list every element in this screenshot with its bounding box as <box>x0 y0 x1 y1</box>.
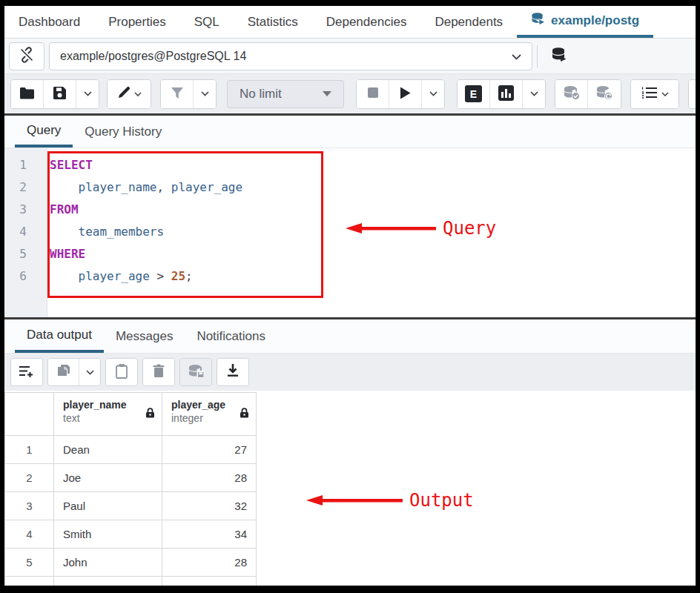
delete-row-button[interactable] <box>143 359 174 385</box>
filter-button-group <box>160 79 217 109</box>
select-all-corner-cell[interactable] <box>5 393 54 436</box>
row-number-cell[interactable]: 3 <box>5 492 54 520</box>
empty-cell <box>54 577 162 586</box>
macro-button-group <box>630 79 679 109</box>
save-icon <box>53 86 67 102</box>
line-number: 1 <box>4 154 37 176</box>
table-row: 4Smith34 <box>5 520 257 549</box>
data-output-grid: player_nametextplayer_ageinteger 1Dean27… <box>4 391 696 586</box>
clipboard-icon <box>116 364 128 381</box>
column-header-player_age[interactable]: player_ageinteger <box>162 393 257 436</box>
player-age-cell[interactable]: 27 <box>162 436 257 464</box>
explain-button-group: E <box>457 79 546 109</box>
code-text: team_members <box>37 221 164 243</box>
query-tab-bar: QueryQuery History <box>4 116 696 148</box>
filter-button[interactable] <box>161 80 194 108</box>
row-limit-value: No limit <box>240 87 323 102</box>
caret-down-icon <box>323 91 331 96</box>
tab-dashboard[interactable]: Dashboard <box>4 6 94 38</box>
row-number-cell[interactable]: 4 <box>5 520 54 549</box>
explain-options-chevron[interactable] <box>523 80 545 108</box>
sql-editor[interactable]: 1SELECT2 player_name, player_age3FROM4 t… <box>4 148 696 317</box>
filter-options-chevron[interactable] <box>194 80 216 108</box>
add-row-button[interactable] <box>11 359 42 385</box>
download-group <box>217 358 249 386</box>
save-options-chevron[interactable] <box>76 80 99 108</box>
column-name: player_age <box>171 399 248 411</box>
tab-session-label: example/postg <box>551 13 639 28</box>
paste-button[interactable] <box>106 359 137 385</box>
explain-button[interactable]: E <box>458 80 490 108</box>
player-age-cell[interactable]: 28 <box>162 549 257 577</box>
player-age-cell[interactable]: 32 <box>162 492 257 520</box>
row-number-cell[interactable]: 2 <box>5 464 54 492</box>
tab-messages[interactable]: Messages <box>104 319 185 353</box>
save-data-group <box>179 358 212 386</box>
edit-menu-button[interactable] <box>108 80 151 108</box>
line-number: 5 <box>4 243 37 265</box>
row-limit-select[interactable]: No limit <box>227 80 344 108</box>
macros-button[interactable] <box>631 80 678 108</box>
column-header-player_name[interactable]: player_nametext <box>54 393 162 436</box>
player-name-cell[interactable]: Dean <box>54 436 162 464</box>
result-table: player_nametextplayer_ageinteger 1Dean27… <box>4 392 257 586</box>
table-row-empty <box>5 577 257 586</box>
row-number-cell[interactable]: 1 <box>5 436 54 464</box>
save-file-button[interactable] <box>44 80 76 108</box>
new-connection-button[interactable] <box>542 42 576 70</box>
copy-options-chevron[interactable] <box>79 359 100 385</box>
edit-button-group <box>107 79 151 109</box>
code-text: FROM <box>37 199 79 221</box>
screenshot-frame: DashboardPropertiesSQLStatisticsDependen… <box>0 0 700 593</box>
lock-icon <box>145 408 155 421</box>
code-line-2: 2 player_name, player_age <box>4 176 696 199</box>
tab-query-tool-session[interactable]: example/postg <box>517 6 653 38</box>
numbered-list-icon <box>641 86 658 102</box>
transaction-button-group <box>555 79 621 109</box>
lock-icon <box>240 408 249 421</box>
chevron-down-icon <box>512 50 521 63</box>
clipped-toolbar-button[interactable] <box>689 80 696 108</box>
bar-chart-icon <box>498 85 515 104</box>
stop-button[interactable] <box>357 80 389 108</box>
open-file-button[interactable] <box>11 80 44 108</box>
code-line-5: 5WHERE <box>4 243 696 265</box>
row-number-cell <box>5 577 54 586</box>
trash-icon <box>153 364 165 380</box>
tab-statistics[interactable]: Statistics <box>234 6 312 38</box>
tab-dependencies[interactable]: Dependencies <box>312 6 421 38</box>
empty-cell <box>162 577 257 586</box>
tab-data-output[interactable]: Data output <box>15 319 104 353</box>
connection-dropdown[interactable]: example/postgres@PostgreSQL 14 <box>49 42 532 70</box>
tab-notifications[interactable]: Notifications <box>185 319 277 353</box>
row-number-cell[interactable]: 5 <box>5 549 54 577</box>
player-name-cell[interactable]: Smith <box>54 520 162 549</box>
table-row: 5John28 <box>5 549 257 577</box>
copy-group <box>47 358 101 386</box>
player-name-cell[interactable]: Paul <box>54 492 162 520</box>
connection-status-button[interactable] <box>9 42 44 70</box>
tab-dependents[interactable]: Dependents <box>420 6 517 38</box>
rollback-button[interactable] <box>588 80 621 108</box>
tab-properties[interactable]: Properties <box>94 6 179 38</box>
code-line-3: 3FROM <box>4 199 696 221</box>
save-data-button[interactable] <box>180 359 211 385</box>
explain-analyze-button[interactable] <box>490 80 523 108</box>
commit-button[interactable] <box>555 80 588 108</box>
tab-query[interactable]: Query <box>15 116 73 148</box>
player-age-cell[interactable]: 28 <box>162 464 257 492</box>
code-line-4: 4 team_members <box>4 221 696 243</box>
execute-options-chevron[interactable] <box>422 80 444 108</box>
column-type: text <box>63 412 154 424</box>
player-name-cell[interactable]: John <box>54 549 162 577</box>
column-type: integer <box>171 412 248 424</box>
tab-sql[interactable]: SQL <box>180 6 234 38</box>
tab-query-history[interactable]: Query History <box>73 116 174 148</box>
player-name-cell[interactable]: Joe <box>54 464 162 492</box>
execute-button[interactable] <box>389 80 422 108</box>
column-name: player_name <box>63 399 154 411</box>
database-rollback-icon <box>595 85 613 103</box>
player-age-cell[interactable]: 34 <box>162 520 257 549</box>
copy-button[interactable] <box>48 359 79 385</box>
download-results-button[interactable] <box>217 359 248 385</box>
